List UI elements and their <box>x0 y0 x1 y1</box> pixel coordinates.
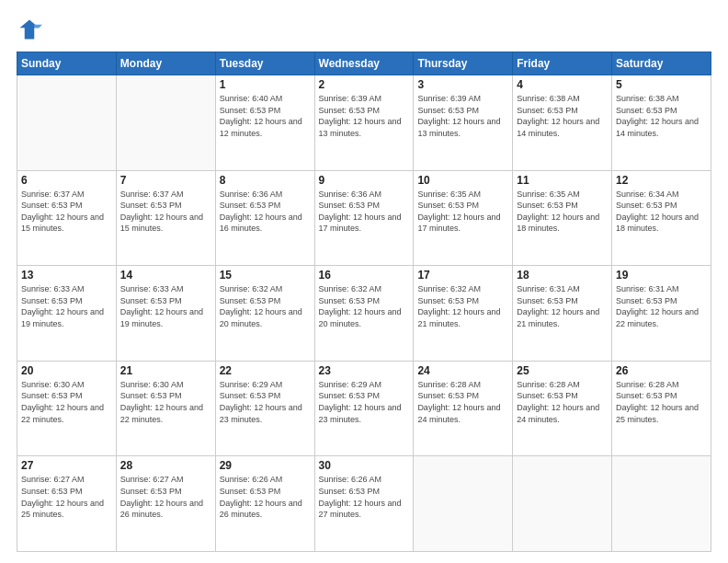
day-info: Sunrise: 6:33 AM Sunset: 6:53 PM Dayligh… <box>21 283 112 329</box>
day-cell: 8Sunrise: 6:36 AM Sunset: 6:53 PM Daylig… <box>215 170 314 266</box>
day-number: 9 <box>319 174 410 187</box>
day-number: 13 <box>21 269 112 282</box>
day-number: 16 <box>319 269 410 282</box>
day-info: Sunrise: 6:29 AM Sunset: 6:53 PM Dayligh… <box>220 379 311 425</box>
day-info: Sunrise: 6:36 AM Sunset: 6:53 PM Dayligh… <box>319 189 410 235</box>
day-cell: 5Sunrise: 6:38 AM Sunset: 6:53 PM Daylig… <box>612 75 711 171</box>
day-number: 24 <box>417 364 508 377</box>
day-cell: 19Sunrise: 6:31 AM Sunset: 6:53 PM Dayli… <box>612 266 711 362</box>
header-cell-monday: Monday <box>116 52 215 75</box>
day-info: Sunrise: 6:39 AM Sunset: 6:53 PM Dayligh… <box>319 93 410 139</box>
day-number: 20 <box>21 364 112 377</box>
header-cell-saturday: Saturday <box>612 52 711 75</box>
day-cell: 17Sunrise: 6:32 AM Sunset: 6:53 PM Dayli… <box>414 266 513 362</box>
day-cell <box>116 75 215 171</box>
day-info: Sunrise: 6:38 AM Sunset: 6:53 PM Dayligh… <box>517 93 608 139</box>
day-number: 19 <box>616 269 707 282</box>
day-number: 23 <box>319 364 410 377</box>
day-cell: 10Sunrise: 6:35 AM Sunset: 6:53 PM Dayli… <box>414 170 513 266</box>
day-number: 18 <box>517 269 608 282</box>
day-info: Sunrise: 6:37 AM Sunset: 6:53 PM Dayligh… <box>120 189 211 235</box>
day-number: 12 <box>616 174 707 187</box>
day-info: Sunrise: 6:35 AM Sunset: 6:53 PM Dayligh… <box>517 189 608 235</box>
day-number: 3 <box>417 78 508 91</box>
page: SundayMondayTuesdayWednesdayThursdayFrid… <box>0 0 728 563</box>
day-cell: 22Sunrise: 6:29 AM Sunset: 6:53 PM Dayli… <box>215 361 314 456</box>
day-number: 6 <box>21 174 112 187</box>
day-number: 26 <box>616 364 707 377</box>
day-number: 30 <box>319 459 410 472</box>
day-cell: 28Sunrise: 6:27 AM Sunset: 6:53 PM Dayli… <box>116 456 215 552</box>
day-info: Sunrise: 6:31 AM Sunset: 6:53 PM Dayligh… <box>517 283 608 329</box>
svg-marker-0 <box>20 20 40 40</box>
day-cell: 25Sunrise: 6:28 AM Sunset: 6:53 PM Dayli… <box>513 361 612 456</box>
day-info: Sunrise: 6:39 AM Sunset: 6:53 PM Dayligh… <box>417 93 508 139</box>
day-cell: 23Sunrise: 6:29 AM Sunset: 6:53 PM Dayli… <box>314 361 414 456</box>
day-cell: 1Sunrise: 6:40 AM Sunset: 6:53 PM Daylig… <box>215 75 314 171</box>
day-number: 27 <box>21 459 112 472</box>
day-info: Sunrise: 6:27 AM Sunset: 6:53 PM Dayligh… <box>21 474 112 520</box>
day-cell <box>414 456 513 552</box>
week-row-1: 6Sunrise: 6:37 AM Sunset: 6:53 PM Daylig… <box>17 170 711 266</box>
day-info: Sunrise: 6:32 AM Sunset: 6:53 PM Dayligh… <box>319 283 410 329</box>
day-cell: 21Sunrise: 6:30 AM Sunset: 6:53 PM Dayli… <box>116 361 215 456</box>
day-info: Sunrise: 6:38 AM Sunset: 6:53 PM Dayligh… <box>616 93 707 139</box>
week-row-3: 20Sunrise: 6:30 AM Sunset: 6:53 PM Dayli… <box>17 361 711 456</box>
day-cell: 20Sunrise: 6:30 AM Sunset: 6:53 PM Dayli… <box>17 361 117 456</box>
day-cell: 4Sunrise: 6:38 AM Sunset: 6:53 PM Daylig… <box>513 75 612 171</box>
day-number: 22 <box>220 364 311 377</box>
week-row-4: 27Sunrise: 6:27 AM Sunset: 6:53 PM Dayli… <box>17 456 711 552</box>
logo <box>17 17 46 42</box>
header <box>17 17 711 42</box>
day-cell <box>17 75 117 171</box>
calendar-body: 1Sunrise: 6:40 AM Sunset: 6:53 PM Daylig… <box>17 75 711 552</box>
header-cell-thursday: Thursday <box>414 52 513 75</box>
svg-marker-1 <box>34 25 42 29</box>
day-info: Sunrise: 6:33 AM Sunset: 6:53 PM Dayligh… <box>120 283 211 329</box>
day-number: 17 <box>417 269 508 282</box>
day-info: Sunrise: 6:36 AM Sunset: 6:53 PM Dayligh… <box>220 189 311 235</box>
day-info: Sunrise: 6:40 AM Sunset: 6:53 PM Dayligh… <box>220 93 311 139</box>
day-cell: 3Sunrise: 6:39 AM Sunset: 6:53 PM Daylig… <box>414 75 513 171</box>
day-info: Sunrise: 6:29 AM Sunset: 6:53 PM Dayligh… <box>319 379 410 425</box>
day-number: 15 <box>220 269 311 282</box>
day-info: Sunrise: 6:34 AM Sunset: 6:53 PM Dayligh… <box>616 189 707 235</box>
week-row-0: 1Sunrise: 6:40 AM Sunset: 6:53 PM Daylig… <box>17 75 711 171</box>
day-cell <box>513 456 612 552</box>
day-number: 2 <box>319 78 410 91</box>
day-cell: 11Sunrise: 6:35 AM Sunset: 6:53 PM Dayli… <box>513 170 612 266</box>
day-number: 10 <box>417 174 508 187</box>
day-cell: 9Sunrise: 6:36 AM Sunset: 6:53 PM Daylig… <box>314 170 414 266</box>
day-cell <box>612 456 711 552</box>
day-cell: 27Sunrise: 6:27 AM Sunset: 6:53 PM Dayli… <box>17 456 117 552</box>
week-row-2: 13Sunrise: 6:33 AM Sunset: 6:53 PM Dayli… <box>17 266 711 362</box>
day-number: 14 <box>120 269 211 282</box>
day-info: Sunrise: 6:28 AM Sunset: 6:53 PM Dayligh… <box>616 379 707 425</box>
day-info: Sunrise: 6:26 AM Sunset: 6:53 PM Dayligh… <box>319 474 410 520</box>
day-cell: 14Sunrise: 6:33 AM Sunset: 6:53 PM Dayli… <box>116 266 215 362</box>
day-info: Sunrise: 6:28 AM Sunset: 6:53 PM Dayligh… <box>517 379 608 425</box>
day-cell: 18Sunrise: 6:31 AM Sunset: 6:53 PM Dayli… <box>513 266 612 362</box>
header-cell-tuesday: Tuesday <box>215 52 314 75</box>
day-number: 21 <box>120 364 211 377</box>
day-info: Sunrise: 6:27 AM Sunset: 6:53 PM Dayligh… <box>120 474 211 520</box>
day-number: 4 <box>517 78 608 91</box>
day-number: 7 <box>120 174 211 187</box>
day-cell: 30Sunrise: 6:26 AM Sunset: 6:53 PM Dayli… <box>314 456 414 552</box>
day-number: 8 <box>220 174 311 187</box>
day-number: 1 <box>220 78 311 91</box>
day-info: Sunrise: 6:37 AM Sunset: 6:53 PM Dayligh… <box>21 189 112 235</box>
header-cell-wednesday: Wednesday <box>314 52 414 75</box>
day-cell: 15Sunrise: 6:32 AM Sunset: 6:53 PM Dayli… <box>215 266 314 362</box>
header-cell-sunday: Sunday <box>17 52 117 75</box>
day-cell: 16Sunrise: 6:32 AM Sunset: 6:53 PM Dayli… <box>314 266 414 362</box>
day-info: Sunrise: 6:30 AM Sunset: 6:53 PM Dayligh… <box>120 379 211 425</box>
day-number: 29 <box>220 459 311 472</box>
day-number: 25 <box>517 364 608 377</box>
day-number: 5 <box>616 78 707 91</box>
calendar-table: SundayMondayTuesdayWednesdayThursdayFrid… <box>17 52 711 552</box>
day-number: 28 <box>120 459 211 472</box>
day-info: Sunrise: 6:35 AM Sunset: 6:53 PM Dayligh… <box>417 189 508 235</box>
day-info: Sunrise: 6:32 AM Sunset: 6:53 PM Dayligh… <box>417 283 508 329</box>
day-cell: 2Sunrise: 6:39 AM Sunset: 6:53 PM Daylig… <box>314 75 414 171</box>
